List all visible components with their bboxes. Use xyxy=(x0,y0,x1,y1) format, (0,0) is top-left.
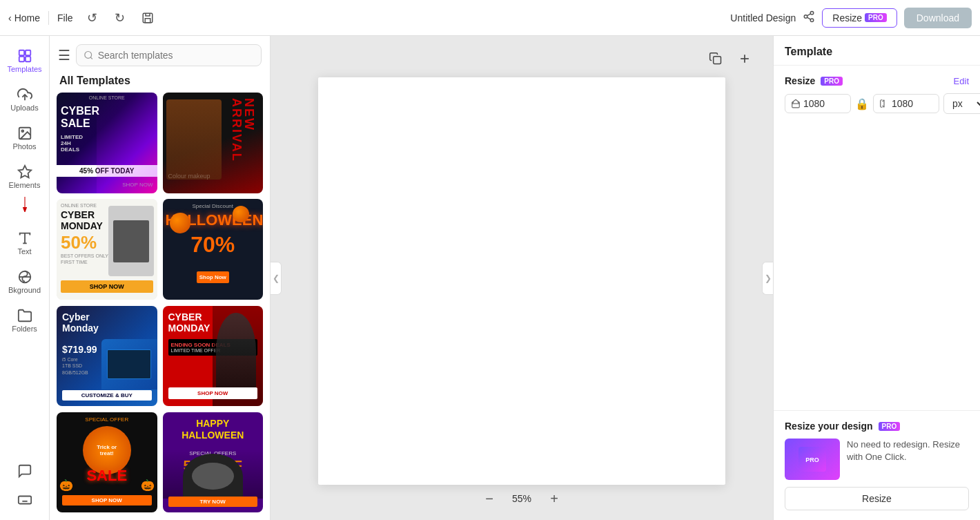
undo-button[interactable]: ↺ xyxy=(81,7,104,29)
template-card-trick-or-treat[interactable]: SPECIAL OFFER Trick ortreat! SALE SHOP N… xyxy=(57,412,157,513)
unit-select[interactable]: px in cm mm xyxy=(943,93,980,114)
right-panel-body: Resize PRO Edit 🔒 xyxy=(774,66,980,248)
promo-description: No need to redesign. Resize with One Cli… xyxy=(847,439,969,480)
right-panel: Template Resize PRO Edit xyxy=(773,36,980,520)
resize-promo: Resize your design PRO PRO xyxy=(774,410,980,520)
home-label: Home xyxy=(14,12,40,23)
topbar-right: Untitled Design Resize PRO Download xyxy=(730,8,972,28)
sidebar-label-text: Text xyxy=(17,247,31,256)
right-panel-header: Template xyxy=(774,36,980,66)
sidebar-item-chat[interactable] xyxy=(3,458,47,484)
sidebar-item-folders[interactable]: Folders xyxy=(3,302,47,338)
promo-thumbnail-image: PRO xyxy=(798,447,826,472)
width-icon xyxy=(791,99,801,108)
text-icon xyxy=(17,231,32,246)
left-collapse-handle[interactable]: ❮ xyxy=(271,262,282,295)
share-button[interactable] xyxy=(803,10,815,26)
design-title[interactable]: Untitled Design xyxy=(730,12,796,23)
sidebar-item-uploads[interactable]: Uploads xyxy=(3,81,47,117)
resize-button[interactable]: Resize PRO xyxy=(822,8,896,28)
width-input[interactable] xyxy=(803,98,845,109)
zoom-level[interactable]: 55% xyxy=(508,493,536,504)
redo-button[interactable]: ↻ xyxy=(109,7,131,29)
width-input-wrap xyxy=(785,94,851,113)
chat-icon xyxy=(17,463,32,479)
template-card-cyber-monday-white[interactable]: ONLINE STORE CYBERMONDAY 50% BEST OFFERS… xyxy=(57,199,157,300)
resize-label: Resize xyxy=(832,12,862,23)
canvas-bottom-bar: − 55% + xyxy=(479,488,565,509)
panel-menu-button[interactable]: ☰ xyxy=(58,47,70,64)
sidebar-label-elements: Elements xyxy=(9,181,41,189)
chevron-left-icon: ‹ xyxy=(8,12,12,23)
svg-point-1 xyxy=(811,11,814,15)
height-input-wrap xyxy=(873,94,939,113)
template-card-cyber-monday-red[interactable]: CYBERMONDAY ENDING SOON DEALS LIMITED TI… xyxy=(163,306,264,407)
template-card-halloween[interactable]: Special Discount HALLOWEEN 70% Shop Now … xyxy=(163,199,264,300)
search-box[interactable] xyxy=(76,44,262,66)
svg-rect-20 xyxy=(18,497,30,504)
svg-rect-7 xyxy=(25,50,30,55)
folders-icon xyxy=(17,308,32,323)
sidebar-label-uploads: Uploads xyxy=(10,104,38,112)
templates-panel: ☰ All Templates ONLINE STORE CYBERSALE L… xyxy=(50,36,271,520)
arrow-down-icon xyxy=(17,197,32,212)
duplicate-canvas-button[interactable] xyxy=(704,47,727,70)
resize-promo-body: PRO No need to redesign. Resize with One… xyxy=(785,439,969,480)
template-card-cyber-sale[interactable]: ONLINE STORE CYBERSALE LIMITED24HDEALS 4… xyxy=(57,93,157,193)
resize-section: Resize PRO Edit 🔒 xyxy=(785,75,969,114)
zoom-out-button[interactable]: − xyxy=(479,488,500,509)
file-menu[interactable]: File xyxy=(57,12,73,23)
topbar-actions: ↺ ↻ xyxy=(81,7,159,29)
sidebar-item-templates[interactable]: Templates xyxy=(3,43,47,79)
right-collapse-handle[interactable]: ❯ xyxy=(762,262,773,295)
dimension-row: 🔒 px in cm mm xyxy=(785,93,969,114)
sidebar-item-keyboard[interactable] xyxy=(3,487,47,513)
sidebar-item-background[interactable]: Bkground xyxy=(3,264,47,300)
main-layout: Templates Uploads Photos Elements xyxy=(0,36,980,520)
sidebar-item-text[interactable]: Text xyxy=(3,225,47,261)
panel-title: All Templates xyxy=(50,72,270,93)
template-card-cyber-laptop[interactable]: CyberMonday $719.99 i5 Core1TB SSD8GB/51… xyxy=(57,306,157,407)
template-card-happy-halloween[interactable]: HAPPYHALLOWEEN SPECIAL OFFERS 50% OFF TR… xyxy=(163,412,264,513)
height-input[interactable] xyxy=(892,98,933,109)
sidebar-label-folders: Folders xyxy=(12,325,37,333)
right-panel-title: Template xyxy=(785,46,832,57)
sidebar-label-photos: Photos xyxy=(12,142,36,151)
pro-badge: PRO xyxy=(865,13,887,22)
svg-text:PRO: PRO xyxy=(805,456,819,463)
template-card-new-arrival[interactable]: NEW ARRIVAL Colour makeup New Arrival xyxy=(163,93,264,193)
height-icon xyxy=(879,99,889,108)
sidebar-label-templates: Templates xyxy=(7,65,41,73)
elements-icon xyxy=(17,164,32,180)
resize-action-button[interactable]: Resize xyxy=(785,487,969,510)
save-button[interactable] xyxy=(137,7,159,29)
resize-promo-header: Resize your design PRO xyxy=(785,421,969,432)
divider xyxy=(48,11,49,25)
sidebar-item-photos[interactable]: Photos xyxy=(3,120,47,156)
topbar: ‹ Home File ↺ ↻ Untitled Design Resize P xyxy=(0,0,980,36)
add-page-button[interactable] xyxy=(733,47,756,70)
uploads-icon xyxy=(17,87,32,102)
svg-point-2 xyxy=(805,15,808,18)
canvas-workspace[interactable] xyxy=(318,77,725,485)
icon-sidebar: Templates Uploads Photos Elements xyxy=(0,36,50,520)
svg-marker-13 xyxy=(18,166,30,177)
edit-link[interactable]: Edit xyxy=(954,76,969,86)
resize-pro-badge: PRO xyxy=(821,77,843,86)
sidebar-item-elements[interactable]: Elements xyxy=(3,159,47,195)
download-button[interactable]: Download xyxy=(904,8,972,28)
svg-line-27 xyxy=(90,57,92,59)
resize-section-header: Resize PRO Edit xyxy=(785,75,969,86)
svg-point-26 xyxy=(85,52,92,59)
resize-promo-title: Resize your design xyxy=(785,421,873,432)
home-button[interactable]: ‹ Home xyxy=(8,12,40,23)
search-input[interactable] xyxy=(98,50,254,61)
svg-rect-6 xyxy=(19,50,23,55)
lock-icon: 🔒 xyxy=(855,97,869,110)
background-icon xyxy=(17,269,32,285)
search-icon xyxy=(84,50,94,61)
svg-point-3 xyxy=(811,19,814,22)
resize-label: Resize xyxy=(785,75,815,86)
zoom-in-button[interactable]: + xyxy=(544,488,565,509)
photos-icon xyxy=(17,126,32,141)
